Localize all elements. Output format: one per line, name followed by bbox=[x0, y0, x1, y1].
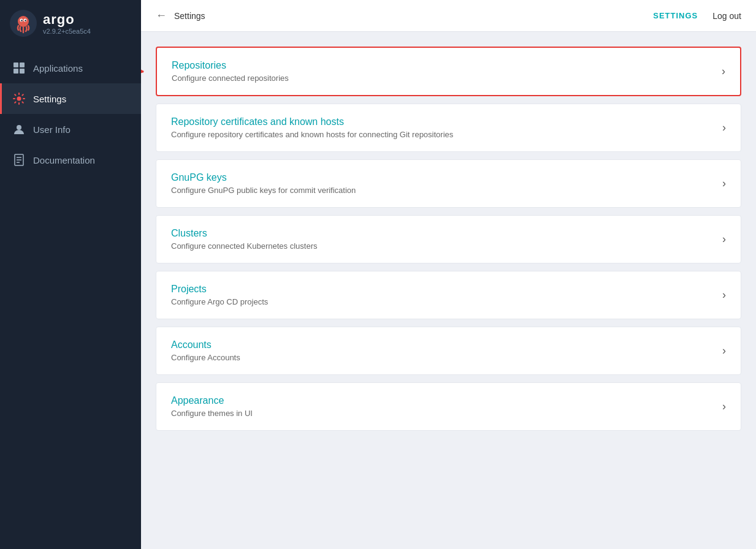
svg-point-11 bbox=[17, 125, 21, 130]
chevron-right-icon: › bbox=[722, 233, 726, 246]
chevron-right-icon: › bbox=[722, 400, 726, 413]
svg-point-10 bbox=[17, 97, 21, 101]
accounts-title: Accounts bbox=[171, 339, 722, 350]
app-version: v2.9.2+c5ea5c4 bbox=[43, 28, 91, 35]
page-title: Settings bbox=[174, 11, 205, 21]
appearance-desc: Configure themes in UI bbox=[171, 409, 722, 418]
sidebar-item-documentation[interactable]: Documentation bbox=[0, 145, 141, 175]
accounts-card[interactable]: Accounts Configure Accounts › bbox=[156, 327, 741, 375]
card-content: Appearance Configure themes in UI bbox=[171, 395, 722, 418]
top-header: ← Settings SETTINGS Log out bbox=[141, 0, 756, 32]
gnupg-title: GnuPG keys bbox=[171, 172, 722, 183]
card-content: GnuPG keys Configure GnuPG public keys f… bbox=[171, 172, 722, 195]
chevron-right-icon: › bbox=[722, 289, 726, 301]
projects-card[interactable]: Projects Configure Argo CD projects › bbox=[156, 271, 741, 319]
card-content: Repository certificates and known hosts … bbox=[171, 116, 722, 139]
appearance-card[interactable]: Appearance Configure themes in UI › bbox=[156, 382, 741, 431]
repositories-card[interactable]: Repositories Configure connected reposit… bbox=[156, 47, 741, 96]
arrow-annotation bbox=[141, 70, 143, 72]
chevron-right-icon: › bbox=[722, 177, 726, 190]
chevron-right-icon: › bbox=[722, 344, 726, 357]
sidebar-nav: Applications Settings User Info bbox=[0, 53, 141, 175]
svg-point-5 bbox=[25, 20, 26, 21]
projects-desc: Configure Argo CD projects bbox=[171, 297, 722, 306]
clusters-desc: Configure connected Kubernetes clusters bbox=[171, 241, 722, 251]
gnupg-card[interactable]: GnuPG keys Configure GnuPG public keys f… bbox=[156, 159, 741, 208]
sidebar: argo v2.9.2+c5ea5c4 Applications bbox=[0, 0, 141, 549]
clusters-card[interactable]: Clusters Configure connected Kubernetes … bbox=[156, 215, 741, 263]
accounts-desc: Configure Accounts bbox=[171, 353, 722, 362]
chevron-right-icon: › bbox=[722, 65, 725, 78]
settings-badge: SETTINGS bbox=[653, 11, 698, 20]
sidebar-item-userinfo[interactable]: User Info bbox=[0, 114, 141, 145]
logout-button[interactable]: Log out bbox=[712, 11, 741, 21]
back-arrow-icon[interactable]: ← bbox=[156, 9, 167, 22]
app-name: argo bbox=[43, 12, 91, 28]
repositories-card-wrapper: Repositories Configure connected reposit… bbox=[156, 47, 741, 96]
content-area: Repositories Configure connected reposit… bbox=[141, 32, 756, 549]
sidebar-item-settings[interactable]: Settings bbox=[0, 83, 141, 114]
gnupg-desc: Configure GnuPG public keys for commit v… bbox=[171, 186, 722, 195]
appearance-title: Appearance bbox=[171, 395, 722, 406]
applications-icon bbox=[12, 61, 26, 75]
svg-point-1 bbox=[18, 16, 29, 27]
card-content: Accounts Configure Accounts bbox=[171, 339, 722, 362]
docs-icon bbox=[12, 153, 26, 167]
svg-rect-8 bbox=[13, 69, 18, 74]
user-icon bbox=[12, 123, 26, 136]
repositories-title: Repositories bbox=[172, 60, 722, 71]
main-content: ← Settings SETTINGS Log out Repositories… bbox=[141, 0, 756, 549]
repo-certs-title: Repository certificates and known hosts bbox=[171, 116, 722, 127]
chevron-right-icon: › bbox=[722, 121, 726, 134]
documentation-label: Documentation bbox=[33, 155, 95, 165]
header-right: SETTINGS Log out bbox=[653, 11, 741, 21]
userinfo-label: User Info bbox=[33, 124, 71, 135]
sidebar-logo: argo v2.9.2+c5ea5c4 bbox=[0, 0, 141, 47]
repositories-desc: Configure connected repositories bbox=[172, 74, 722, 83]
argo-logo-icon bbox=[10, 10, 37, 37]
sidebar-item-applications[interactable]: Applications bbox=[0, 53, 141, 83]
projects-title: Projects bbox=[171, 284, 722, 295]
svg-rect-6 bbox=[13, 62, 18, 67]
settings-label: Settings bbox=[33, 94, 66, 104]
applications-label: Applications bbox=[33, 63, 83, 74]
clusters-title: Clusters bbox=[171, 228, 722, 239]
arrow-line bbox=[141, 70, 143, 72]
repo-certs-card[interactable]: Repository certificates and known hosts … bbox=[156, 104, 741, 152]
svg-rect-9 bbox=[20, 69, 25, 74]
card-content: Clusters Configure connected Kubernetes … bbox=[171, 228, 722, 251]
svg-rect-7 bbox=[20, 62, 25, 67]
repo-certs-desc: Configure repository certificates and kn… bbox=[171, 130, 722, 139]
svg-point-4 bbox=[21, 20, 22, 21]
card-content: Repositories Configure connected reposit… bbox=[172, 60, 722, 83]
card-content: Projects Configure Argo CD projects bbox=[171, 284, 722, 306]
settings-cards-wrapper: Repositories Configure connected reposit… bbox=[156, 47, 741, 431]
settings-icon bbox=[12, 92, 26, 105]
logo-text: argo v2.9.2+c5ea5c4 bbox=[43, 12, 91, 35]
